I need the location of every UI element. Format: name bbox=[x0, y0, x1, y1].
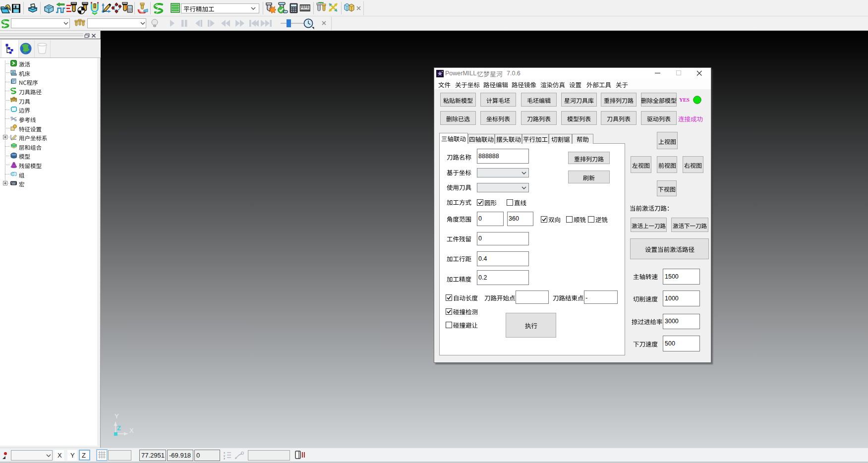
svg-text:X: X bbox=[129, 427, 134, 434]
svg-text:Y: Y bbox=[115, 412, 119, 420]
svg-text:z: z bbox=[224, 457, 225, 460]
svg-text:Z: Z bbox=[117, 424, 121, 432]
